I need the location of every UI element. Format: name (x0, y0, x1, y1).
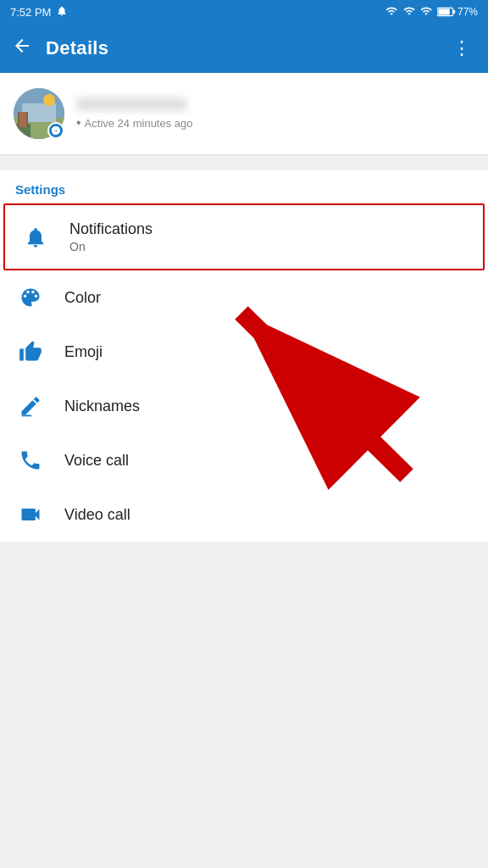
settings-label: Settings (0, 170, 488, 203)
signal-icon (403, 5, 415, 19)
notification-icon (56, 5, 68, 19)
notifications-item[interactable]: Notifications On (3, 203, 485, 270)
nicknames-title: Nicknames (64, 398, 140, 415)
status-bar: 7:52 PM 77% (0, 0, 488, 24)
battery-percent: 77% (458, 6, 478, 18)
avatar (14, 88, 64, 139)
app-bar: Details ⋮ (0, 24, 488, 73)
svg-rect-1 (453, 10, 456, 14)
pencil-icon (15, 394, 46, 418)
video-icon (15, 503, 46, 526)
more-options-button[interactable]: ⋮ (449, 34, 476, 63)
voice-call-text: Voice call (64, 452, 129, 470)
emoji-title: Emoji (64, 343, 103, 361)
status-right: 77% (385, 5, 478, 19)
status-time: 7:52 PM (10, 6, 51, 19)
wifi-icon (385, 5, 398, 19)
bell-icon (20, 225, 51, 249)
emoji-text: Emoji (64, 343, 103, 361)
color-item[interactable]: Color (0, 270, 488, 325)
status-text: Active 24 minutes ago (85, 117, 193, 130)
back-button[interactable] (12, 36, 32, 61)
voice-call-title: Voice call (64, 452, 129, 470)
video-call-item[interactable]: Video call (0, 487, 488, 542)
main-content: Settings Notifications On Color (0, 170, 488, 542)
notifications-title: Notifications (69, 220, 152, 238)
svg-point-6 (43, 94, 55, 106)
nicknames-item[interactable]: Nicknames (0, 379, 488, 433)
profile-status: • Active 24 minutes ago (76, 116, 193, 130)
video-call-text: Video call (64, 506, 130, 524)
svg-rect-10 (22, 415, 32, 417)
voice-call-item[interactable]: Voice call (0, 433, 488, 487)
page-title: Details (46, 37, 449, 59)
status-dot: • (76, 116, 81, 130)
video-call-title: Video call (64, 506, 130, 524)
color-text: Color (64, 289, 101, 307)
battery-icon: 77% (437, 6, 478, 18)
notifications-text: Notifications On (69, 220, 152, 253)
color-title: Color (64, 289, 101, 307)
emoji-item[interactable]: Emoji (0, 325, 488, 379)
palette-icon (15, 286, 46, 309)
svg-rect-2 (438, 9, 450, 15)
profile-section: • Active 24 minutes ago (0, 73, 488, 155)
profile-name (76, 97, 186, 111)
notifications-subtitle: On (69, 240, 152, 253)
status-left: 7:52 PM (10, 5, 68, 19)
phone-icon (15, 448, 46, 472)
signal2-icon (420, 5, 432, 19)
settings-section: Settings Notifications On Color (0, 170, 488, 542)
nicknames-text: Nicknames (64, 398, 140, 415)
thumbsup-icon (15, 340, 46, 364)
svg-rect-9 (19, 112, 26, 127)
messenger-badge (47, 122, 64, 139)
profile-info: • Active 24 minutes ago (76, 97, 193, 130)
